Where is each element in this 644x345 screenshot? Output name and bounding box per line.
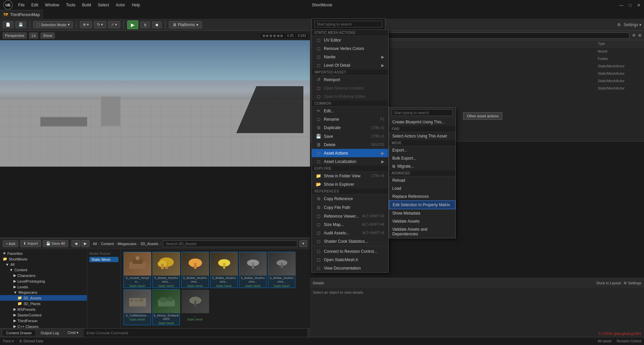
- sm-show-metadata[interactable]: Show Metadata: [389, 209, 455, 217]
- asset-item[interactable]: S_Ancient_Temple... Static Mesh: [123, 252, 151, 288]
- sm-load[interactable]: Load: [389, 184, 455, 192]
- menu-file[interactable]: File: [15, 1, 27, 9]
- details-settings-btn[interactable]: ⚙ Settings: [624, 281, 641, 285]
- tree-item-startercontent[interactable]: ▶ StarterContent: [0, 312, 87, 318]
- save-level-btn[interactable]: 💾: [15, 21, 26, 28]
- menu-window[interactable]: Window: [42, 1, 62, 9]
- new-level-btn[interactable]: 📄: [3, 21, 13, 28]
- menu-edit[interactable]: Edit: [29, 1, 41, 9]
- cm-view-documentation[interactable]: ◻ View Documentation: [312, 264, 388, 272]
- tree-item-3dplants[interactable]: 📁 3D_Plants: [0, 301, 87, 306]
- outliner-settings-icon[interactable]: ⚙: [632, 33, 636, 38]
- cm-open-staticmesh-h[interactable]: ◻ Open StaticMesh.h: [312, 255, 388, 264]
- scale-btn[interactable]: ⤢ ▾: [108, 21, 120, 28]
- cm-asset-actions[interactable]: ◻ Asset Actions ▶: [312, 149, 388, 157]
- transform-btn[interactable]: ⊕ ▾: [80, 21, 92, 28]
- cm-remove-vertex-colors[interactable]: ◻ Remove Vertex Colors: [312, 44, 388, 53]
- status-derived-data[interactable]: ⚙ Derived Data: [19, 339, 43, 343]
- asset-item[interactable]: S_Bolete_Mushrooms... Static Mesh: [181, 252, 209, 288]
- breadcrumb-content[interactable]: Content: [101, 242, 114, 246]
- cm-connect-revision[interactable]: ◻ Connect to Revision Control...: [312, 247, 388, 255]
- tree-item-thirdperson[interactable]: ▶ ThirdPerson: [0, 318, 87, 324]
- nav-back-btn[interactable]: ◀: [71, 240, 80, 247]
- tree-item-levelproto[interactable]: ▶ LevelPrototyping: [0, 278, 87, 284]
- add-btn[interactable]: + Add: [3, 240, 18, 247]
- show-btn[interactable]: Show: [41, 33, 55, 39]
- revision-control-label[interactable]: Revision Control: [617, 339, 641, 343]
- tree-item-favorites[interactable]: ★ Favorites: [0, 250, 87, 256]
- tab-cmd[interactable]: Cmd ▾: [64, 330, 82, 336]
- asset-item[interactable]: S_Bolete_Mushrooms... Static Mesh: [152, 252, 180, 288]
- tree-item-all[interactable]: ▼ All: [0, 262, 87, 267]
- sm-reload[interactable]: Reload: [389, 176, 455, 184]
- sm-migrate[interactable]: ⧉ Migrate...: [389, 162, 455, 170]
- cm-copy-reference[interactable]: ⧉ Copy Reference: [312, 194, 388, 203]
- close-btn[interactable]: ✕: [637, 3, 641, 8]
- menu-actor[interactable]: Actor: [113, 1, 128, 9]
- outliner-dock-icon[interactable]: ⊞: [638, 33, 641, 38]
- sm-select-actors[interactable]: Select Actors Using This Asset: [389, 132, 455, 140]
- asset-item[interactable]: S_Bolete_Mushrooms... Static Mesh: [268, 252, 295, 288]
- sm-validate-assets[interactable]: Validate Assets: [389, 217, 455, 225]
- status-trace[interactable]: Trace ▾: [3, 339, 14, 343]
- play-btn[interactable]: ▶: [127, 20, 138, 29]
- minimize-btn[interactable]: —: [619, 3, 624, 8]
- settings-label[interactable]: Settings ▾: [624, 22, 641, 27]
- breadcrumb-all[interactable]: All: [93, 242, 97, 246]
- stop-btn[interactable]: ⏹: [152, 21, 162, 28]
- cm-reference-viewer[interactable]: ◻ Reference Viewer... ALT+SHIFT+R: [312, 212, 388, 220]
- menu-help[interactable]: Help: [129, 1, 143, 9]
- cm-open-external-editor[interactable]: ◻ Open In External Editor: [312, 92, 388, 101]
- selection-mode-btn[interactable]: ⬚ Selection Mode ▾: [33, 21, 73, 28]
- cm-asset-localization[interactable]: ◻ Asset Localization ▶: [312, 157, 388, 166]
- content-search[interactable]: [163, 240, 297, 247]
- cm-audit-assets[interactable]: ◻ Audit Assets... ALT+SHIFT+A: [312, 229, 388, 237]
- restore-btn[interactable]: □: [629, 3, 632, 8]
- menu-select[interactable]: Select: [95, 1, 111, 9]
- asset-item[interactable]: S_Cobblestone... Static Mesh: [123, 289, 151, 326]
- cm-rename[interactable]: ◻ Rename F2: [312, 115, 388, 123]
- tree-item-levels[interactable]: ▶ Levels: [0, 284, 87, 290]
- sm-bulk-export[interactable]: Bulk Export...: [389, 154, 455, 162]
- tree-item-mspresets[interactable]: ▶ MSPresets: [0, 306, 87, 312]
- sm-export[interactable]: Export...: [389, 146, 455, 154]
- asset-item[interactable]: S_Mossy_Embankment Static Mesh: [152, 289, 180, 326]
- import-btn[interactable]: ⬆ Import: [20, 240, 41, 247]
- tab-content-drawer[interactable]: Content Drawer: [3, 330, 35, 336]
- cm-show-explorer[interactable]: 📂 Show in Explorer: [312, 180, 388, 188]
- platforms-btn[interactable]: 🖥 Platforms ▾: [169, 21, 202, 28]
- tree-item-shortmovie[interactable]: 📁 ShortMovie: [0, 256, 87, 262]
- cm-nanite[interactable]: ◻ Nanite ▶: [312, 53, 388, 61]
- ue-logo[interactable]: UE: [3, 0, 13, 10]
- other-asset-actions-btn[interactable]: Other asset actions: [463, 112, 502, 120]
- cm-save[interactable]: 💾 Save CTRL+S: [312, 132, 388, 140]
- sm-validate-dependencies[interactable]: Validate Assets and Dependencies: [389, 225, 455, 238]
- console-input[interactable]: [87, 331, 305, 335]
- cm-shader-cook[interactable]: ◻ Shader Cook Statistics...: [312, 237, 388, 245]
- rotate-btn[interactable]: ↻ ▾: [94, 21, 106, 28]
- nav-forward-btn[interactable]: ▶: [81, 240, 90, 247]
- sm-replace-references[interactable]: Replace References: [389, 192, 455, 200]
- viewport[interactable]: Perspective Lit Show ⊞ ⊞ ⊞ ⊞ ⊞ ⊞ 0.25 0.…: [0, 31, 310, 167]
- perspective-btn[interactable]: Perspective: [3, 33, 27, 39]
- menu-tools[interactable]: Tools: [63, 1, 78, 9]
- asset-item[interactable]: S_Bolete_Mushrooms... Static Mesh: [239, 252, 266, 288]
- cm-show-folder-view[interactable]: 📁 Show in Folder View CTRL+B: [312, 172, 388, 180]
- save-all-btn[interactable]: 💾 Save All: [43, 240, 68, 247]
- cm-reimport[interactable]: ↺ Reimport: [312, 75, 388, 84]
- cm-level-of-detail[interactable]: ◻ Level Of Detail ▶: [312, 61, 388, 69]
- filter-static-mesh[interactable]: Static Mesh: [89, 257, 118, 262]
- filter-options-btn[interactable]: ▾: [299, 240, 307, 247]
- cm-delete[interactable]: 🗑 Delete DELETE: [312, 140, 388, 149]
- breadcrumb-3dassets[interactable]: 3D_Assets: [141, 242, 158, 246]
- tree-item-megascans[interactable]: ▼ Megascans: [0, 290, 87, 295]
- tree-item-3dassets[interactable]: 📁 3D_Assets: [0, 295, 87, 301]
- context-search-input[interactable]: [314, 21, 382, 27]
- sm-edit-selection-property-matrix[interactable]: Edit Selection in Property Matrix: [389, 200, 455, 209]
- breadcrumb-megascans[interactable]: Megascans: [118, 242, 137, 246]
- tree-item-characters[interactable]: ▶ Characters: [0, 273, 87, 278]
- cm-uv-editor[interactable]: ◻ UV Editor: [312, 36, 388, 44]
- lit-btn[interactable]: Lit: [29, 33, 38, 39]
- cm-copy-file-path[interactable]: ⧉ Copy File Path: [312, 203, 388, 212]
- asset-item[interactable]: ... Static Mesh: [181, 289, 209, 326]
